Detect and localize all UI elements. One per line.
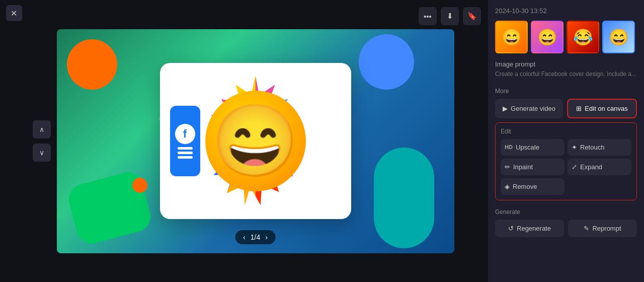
generate-video-button[interactable]: ▶ Generate video — [495, 99, 563, 118]
expand-label: Expand — [580, 163, 602, 171]
generate-section: Generate ↺ Regenerate ✎ Reprompt — [495, 206, 637, 237]
thumbnail-1[interactable]: 😄 — [495, 21, 528, 53]
thumb-inner-3: 😂 — [568, 22, 598, 52]
close-icon: ✕ — [11, 9, 17, 18]
facebook-icon: f — [175, 124, 195, 144]
upscale-button[interactable]: HD Upscale — [501, 139, 565, 156]
facebook-element: f — [170, 106, 200, 176]
regenerate-button[interactable]: ↺ Regenerate — [495, 220, 564, 237]
close-button[interactable]: ✕ — [6, 5, 22, 21]
remove-icon: ◈ — [505, 183, 510, 190]
pagination: ‹ 1/4 › — [235, 230, 276, 244]
more-actions-row: ▶ Generate video ⊞ Edit on canvas — [495, 99, 637, 118]
thumbnail-4[interactable]: 😄 — [602, 21, 635, 53]
remove-button[interactable]: ◈ Remove — [501, 178, 565, 195]
edit-buttons-grid: HD Upscale ✦ Retouch ✏ Inpaint ⤢ Expand … — [501, 139, 631, 195]
bg-decoration-orange-circle — [67, 39, 117, 90]
video-icon: ▶ — [503, 105, 508, 112]
main-content: ••• ⬇ 🔖 ∧ ∨ — [28, 0, 488, 282]
reprompt-icon: ✎ — [584, 225, 589, 232]
inpaint-button[interactable]: ✏ Inpaint — [501, 159, 565, 175]
generate-section-label: Generate — [495, 208, 637, 216]
sun-emoji: 😄 — [205, 91, 306, 191]
thumbnail-strip: 😄 😄 😂 😄 — [495, 21, 637, 53]
expand-button[interactable]: ⤢ Expand — [568, 159, 631, 175]
bg-decoration-blue-circle — [359, 34, 414, 90]
thumb-inner-4: 😄 — [603, 22, 634, 52]
reprompt-label: Reprompt — [592, 225, 621, 232]
image-container: f 😄 ‹ 1/4 › — [28, 0, 488, 282]
facebook-bars — [178, 147, 193, 159]
thumb-inner-1: 😄 — [496, 22, 527, 52]
more-section-label: More — [495, 88, 637, 95]
inpaint-icon: ✏ — [505, 163, 510, 171]
thumbnail-2[interactable]: 😄 — [531, 21, 564, 53]
edit-on-canvas-button[interactable]: ⊞ Edit on canvas — [567, 99, 637, 118]
inpaint-label: Inpaint — [513, 163, 533, 171]
reprompt-button[interactable]: ✎ Reprompt — [568, 220, 637, 237]
sun-face: 😄 — [205, 91, 306, 191]
thumb-inner-2: 😄 — [532, 22, 562, 52]
next-image-button[interactable]: › — [265, 233, 268, 241]
image-prompt-label: Image prompt — [495, 60, 637, 68]
remove-label: Remove — [513, 183, 537, 190]
retouch-label: Retouch — [580, 144, 604, 151]
left-panel: ✕ — [0, 0, 28, 282]
bg-ball-orange-small — [132, 178, 147, 193]
pagination-text: 1/4 — [251, 233, 260, 241]
timestamp: 2024-10-30 13:52 — [495, 7, 637, 15]
retouch-icon: ✦ — [572, 144, 577, 151]
edit-on-canvas-label: Edit on canvas — [585, 105, 627, 112]
thumbnail-3[interactable]: 😂 — [567, 21, 599, 53]
hd-icon: HD — [505, 144, 513, 150]
generate-video-label: Generate video — [511, 105, 555, 112]
regenerate-label: Regenerate — [517, 225, 551, 232]
prev-image-button[interactable]: ‹ — [243, 233, 246, 241]
main-image: f 😄 ‹ 1/4 › — [57, 29, 454, 253]
image-prompt-text: Create a colorful Facebook cover design.… — [495, 70, 637, 79]
regenerate-icon: ↺ — [508, 225, 514, 232]
canvas-icon: ⊞ — [576, 105, 582, 112]
upscale-label: Upscale — [516, 144, 539, 151]
content-card: f 😄 — [160, 63, 351, 219]
generate-row: ↺ Regenerate ✎ Reprompt — [495, 220, 637, 237]
right-panel: 2024-10-30 13:52 😄 😄 😂 😄 Image prompt Cr… — [488, 0, 644, 282]
retouch-button[interactable]: ✦ Retouch — [568, 139, 631, 156]
edit-section-label: Edit — [501, 128, 631, 135]
edit-section: Edit HD Upscale ✦ Retouch ✏ Inpaint ⤢ Ex… — [495, 122, 637, 200]
bg-decoration-teal-shape — [374, 148, 434, 248]
expand-icon: ⤢ — [572, 163, 577, 171]
